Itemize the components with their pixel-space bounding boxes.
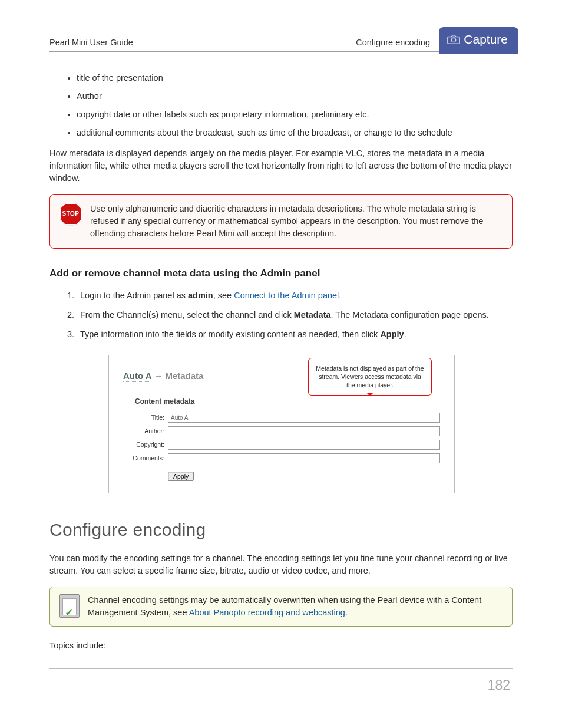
procedure-steps: Login to the Admin panel as admin, see C… (49, 289, 513, 341)
list-item: additional comments about the broadcast,… (77, 127, 513, 139)
page-number: 182 (488, 676, 510, 695)
copyright-field[interactable] (168, 440, 440, 450)
body-paragraph: You can modify the encoding settings for… (49, 552, 513, 577)
section-tab-label: Capture (464, 31, 508, 48)
list-item: copyright date or other labels such as p… (77, 108, 513, 121)
link-panopto[interactable]: About Panopto recording and webcasting (189, 608, 345, 617)
stop-icon: STOP (59, 203, 82, 225)
breadcrumb-page: Metadata (165, 371, 203, 381)
label-comments: Comments: (123, 454, 164, 463)
label-author: Author: (123, 427, 164, 436)
metadata-bullet-list: title of the presentation Author copyrig… (49, 72, 513, 139)
body-paragraph: How metadata is displayed depends largel… (49, 147, 513, 185)
page-header: Pearl Mini User Guide Configure encoding… (49, 37, 513, 52)
step-item: Login to the Admin panel as admin, see C… (77, 289, 513, 302)
tip-callout: ✓ Channel encoding settings may be autom… (49, 587, 513, 627)
label-title: Title: (123, 413, 164, 422)
section-tab-capture: Capture (439, 27, 518, 54)
stop-callout: STOP Use only alphanumeric and diacritic… (49, 194, 513, 249)
link-connect-admin[interactable]: Connect to the Admin panel (234, 291, 339, 300)
apply-button[interactable]: Apply (168, 472, 194, 481)
clipboard-check-icon: ✓ (59, 594, 80, 618)
topics-label: Topics include: (49, 640, 513, 652)
step-item: From the Channel(s) menu, select the cha… (77, 309, 513, 321)
title-field[interactable] (168, 413, 440, 423)
label-copyright: Copyright: (123, 440, 164, 449)
procedure-heading: Add or remove channel meta data using th… (49, 266, 513, 281)
callout-balloon: Metadata is not displayed as part of the… (308, 358, 432, 396)
header-right: Configure encoding (356, 37, 430, 49)
tip-text: Channel encoding settings may be automat… (88, 594, 503, 619)
stop-callout-text: Use only alphanumeric and diacritic char… (90, 203, 503, 240)
footer-divider (49, 668, 513, 669)
section-heading: Configure encoding (49, 517, 513, 543)
author-field[interactable] (168, 426, 440, 436)
header-left: Pearl Mini User Guide (49, 37, 356, 49)
list-item: Author (77, 90, 513, 103)
comments-field[interactable] (168, 453, 440, 463)
svg-point-1 (452, 38, 456, 42)
list-item: title of the presentation (77, 72, 513, 84)
admin-panel-screenshot: Metadata is not displayed as part of the… (108, 355, 455, 493)
camera-icon (447, 34, 460, 45)
content-metadata-heading: Content metadata (135, 397, 440, 407)
breadcrumb-channel: Auto A (123, 371, 151, 382)
step-item: Type information into the fields or modi… (77, 328, 513, 341)
